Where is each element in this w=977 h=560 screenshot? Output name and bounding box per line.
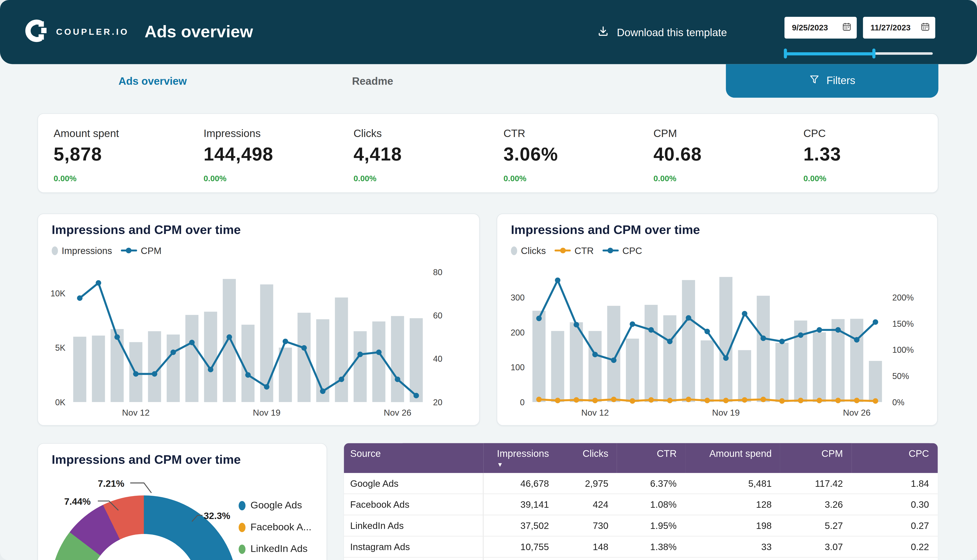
point-cpm-nov-15 bbox=[189, 340, 195, 345]
point-cpm-nov-27 bbox=[413, 393, 419, 398]
kpi-label: Clicks bbox=[353, 128, 488, 140]
donut-legend-item-google-ads: Google Ads bbox=[239, 500, 314, 511]
kpi-value: 5,878 bbox=[54, 144, 188, 165]
legend-dot-marker bbox=[239, 522, 246, 532]
table-cell: 39,141 bbox=[483, 494, 558, 515]
bar-clicks-nov-26 bbox=[850, 319, 863, 402]
point-ctr-nov-27 bbox=[873, 398, 878, 404]
table-cell: 0.27 bbox=[852, 515, 938, 536]
bar-impressions-nov-13 bbox=[148, 331, 161, 402]
point-ctr-nov-14 bbox=[630, 398, 635, 404]
table-row-instagram-ads: Instagram Ads10,7551481.38%333.070.22 bbox=[344, 536, 938, 557]
table-header-amount-spend[interactable]: Amount spend bbox=[685, 443, 780, 473]
point-cpm-nov-23 bbox=[339, 377, 344, 382]
legend-item-cpm: CPM bbox=[121, 245, 162, 256]
legend-item-clicks: Clicks bbox=[511, 245, 546, 256]
table-body: Google Ads46,6782,9756.37%5,481117.421.8… bbox=[344, 473, 938, 560]
kpi-delta: 0.00% bbox=[653, 173, 788, 183]
legend-label: CTR bbox=[574, 245, 594, 256]
table-cell: 10,755 bbox=[483, 536, 558, 557]
table-cell: 1.38% bbox=[617, 536, 685, 557]
slider-handle-start[interactable] bbox=[784, 48, 787, 58]
sort-descending-icon[interactable]: ▼ bbox=[497, 462, 549, 468]
table-cell: LinkedIn Ads bbox=[344, 515, 483, 536]
right-axis-tick: 50% bbox=[892, 372, 909, 381]
table-header-cpc[interactable]: CPC bbox=[852, 443, 938, 473]
legend-dot-marker bbox=[52, 246, 58, 255]
kpi-label: CTR bbox=[504, 128, 638, 140]
table-cell: 2,975 bbox=[558, 473, 617, 494]
bar-impressions-nov-25 bbox=[372, 322, 385, 402]
point-ctr-nov-15 bbox=[649, 397, 654, 403]
source-table-card: SourceImpressions▼ClicksCTRAmount spendC… bbox=[344, 443, 938, 560]
table-cell: 5,481 bbox=[685, 473, 780, 494]
right-axis-tick: 20 bbox=[433, 398, 442, 407]
table-cell: 198 bbox=[685, 515, 780, 536]
point-ctr-nov-18 bbox=[704, 398, 710, 403]
tab-readme[interactable]: Readme bbox=[341, 75, 404, 88]
bar-clicks-nov-18 bbox=[701, 340, 714, 402]
point-cpc-nov-25 bbox=[835, 327, 841, 333]
point-cpc-nov-22 bbox=[779, 339, 785, 344]
bar-impressions-nov-10 bbox=[92, 335, 105, 402]
bar-clicks-nov-13 bbox=[607, 306, 621, 402]
slider-selected-range[interactable] bbox=[785, 52, 874, 55]
top-header-bar: COUPLER.IO Ads overview Download this te… bbox=[0, 0, 977, 64]
donut-legend-item-facebook-a-: Facebook A... bbox=[239, 522, 314, 533]
filters-label: Filters bbox=[826, 75, 855, 87]
table-header-clicks[interactable]: Clicks bbox=[558, 443, 617, 473]
table-cell: 128 bbox=[685, 494, 780, 515]
x-axis-tick: Nov 19 bbox=[712, 408, 740, 417]
legend-line-marker bbox=[602, 247, 619, 253]
download-label: Download this template bbox=[617, 27, 727, 39]
right-axis-tick: 100% bbox=[892, 345, 913, 355]
slider-handle-end[interactable] bbox=[872, 48, 875, 58]
bar-clicks-nov-16 bbox=[663, 315, 676, 402]
tab-ads-overview[interactable]: Ads overview bbox=[106, 75, 199, 88]
table-cell: 3.07 bbox=[780, 536, 852, 557]
chart-title: Impressions and CPM over time bbox=[52, 223, 241, 237]
date-from-input[interactable]: 9/25/2023 bbox=[785, 17, 857, 39]
table-cell: 141 bbox=[558, 557, 617, 560]
kpi-delta: 0.00% bbox=[204, 173, 338, 183]
x-axis-tick: Nov 19 bbox=[253, 408, 281, 417]
table-cell: 3.26 bbox=[780, 494, 852, 515]
legend-line-marker bbox=[555, 247, 571, 253]
table-cell: Facebook Ads bbox=[344, 494, 483, 515]
point-cpc-nov-18 bbox=[704, 329, 710, 334]
bar-clicks-nov-10 bbox=[551, 331, 564, 402]
point-cpc-nov-26 bbox=[854, 337, 860, 343]
kpi-label: Amount spent bbox=[54, 128, 188, 140]
donut-callout-tiktok: 7.21% bbox=[98, 478, 124, 488]
point-ctr-nov-21 bbox=[761, 397, 766, 402]
table-cell: 5.27 bbox=[780, 515, 852, 536]
point-cpm-nov-11 bbox=[114, 334, 120, 340]
table-header-ctr[interactable]: CTR bbox=[617, 443, 685, 473]
table-cell: Google Ads bbox=[344, 473, 483, 494]
table-cell: 1.08% bbox=[617, 494, 685, 515]
table-header-source[interactable]: Source bbox=[344, 443, 483, 473]
legend-label: CPC bbox=[622, 245, 642, 256]
table-cell: 46,678 bbox=[483, 473, 558, 494]
table-header-cpm[interactable]: CPM bbox=[780, 443, 852, 473]
table-header-impressions[interactable]: Impressions▼ bbox=[483, 443, 558, 473]
bar-clicks-nov-17 bbox=[682, 280, 695, 402]
table-header-row: SourceImpressions▼ClicksCTRAmount spendC… bbox=[344, 443, 938, 473]
download-template-button[interactable]: Download this template bbox=[597, 25, 727, 40]
table-cell: 0.27 bbox=[852, 557, 938, 560]
table-header-label: Source bbox=[350, 448, 381, 459]
point-cpm-nov-18 bbox=[245, 372, 251, 378]
legend-item-ctr: CTR bbox=[555, 245, 594, 256]
kpi-clicks: Clicks4,4180.00% bbox=[338, 114, 488, 192]
date-range-slider[interactable] bbox=[785, 48, 933, 58]
filters-button[interactable]: Filters bbox=[726, 64, 939, 98]
brand-name: COUPLER.IO bbox=[56, 27, 129, 37]
point-cpm-nov-12 bbox=[133, 371, 139, 377]
table-cell: 3.67 bbox=[780, 557, 852, 560]
point-cpm-nov-10 bbox=[96, 280, 101, 286]
legend-item-impressions: Impressions bbox=[52, 245, 112, 256]
date-to-input[interactable]: 11/27/2023 bbox=[863, 17, 935, 39]
table-cell: 1.35% bbox=[617, 557, 685, 560]
point-cpc-nov-12 bbox=[592, 352, 598, 357]
calendar-icon bbox=[842, 22, 851, 33]
